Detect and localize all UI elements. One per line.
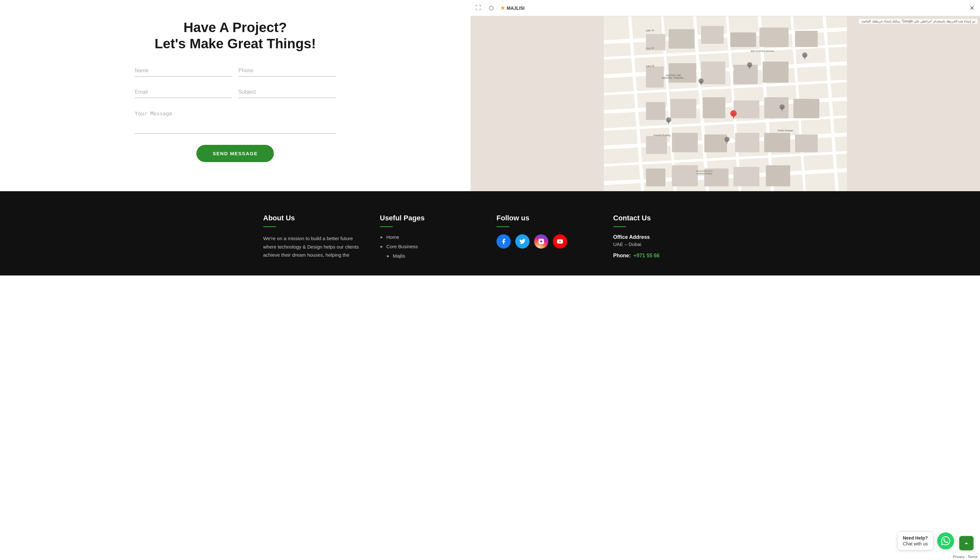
svg-rect-38 <box>735 133 759 152</box>
svg-rect-40 <box>795 135 818 152</box>
svg-rect-42 <box>672 165 698 186</box>
footer-link-core-business-label: Core Business <box>386 244 418 249</box>
svg-rect-25 <box>668 63 696 83</box>
footer-contact-title: Contact Us <box>613 214 717 222</box>
contact-form-section: Have A Project? Let's Make Great Things! <box>0 0 470 191</box>
map-embed[interactable]: 49th St 51st St 53rd St MASTER LINE GENE… <box>470 16 980 191</box>
star-icon: ★ <box>500 5 505 11</box>
footer-about-col: About Us We're on a mission to build a b… <box>263 214 367 262</box>
map-section: ⛶ ⬡ ★ MAJLISI ✕ <box>470 0 980 191</box>
svg-text:MASTER LINE: MASTER LINE <box>666 74 681 77</box>
svg-rect-34 <box>793 99 819 118</box>
office-address-label: Office Address <box>613 234 717 240</box>
footer-follow-col: Follow us <box>497 214 600 262</box>
svg-rect-21 <box>730 32 756 47</box>
fullscreen-icon[interactable]: ⛶ <box>475 4 482 12</box>
footer-link-majlis[interactable]: ► Majlis <box>380 253 483 258</box>
svg-rect-27 <box>733 65 758 84</box>
social-icons-group <box>497 234 600 248</box>
svg-rect-24 <box>646 67 664 88</box>
form-title: Have A Project? Let's Make Great Things! <box>155 20 316 52</box>
footer-pages-title: Useful Pages <box>380 214 483 222</box>
phone-field-group <box>238 65 336 77</box>
footer-follow-divider <box>497 226 510 227</box>
message-field-group <box>135 108 336 135</box>
svg-rect-32 <box>733 100 759 118</box>
send-message-button[interactable]: SEND MESSAGE <box>197 145 274 162</box>
name-field-group <box>135 65 232 77</box>
footer-about-text: We're on a mission to build a better fut… <box>263 234 367 259</box>
form-row-name-phone <box>135 65 336 77</box>
message-textarea[interactable] <box>135 108 336 134</box>
svg-text:Khadri Mosque: Khadri Mosque <box>777 129 793 132</box>
svg-text:GENERAL TRADING...: GENERAL TRADING... <box>662 77 685 79</box>
svg-rect-44 <box>733 167 759 186</box>
footer-contact-col: Contact Us Office Address UAE – Dubai Ph… <box>613 214 717 262</box>
svg-rect-26 <box>701 62 725 84</box>
name-input[interactable] <box>135 65 232 77</box>
svg-rect-45 <box>766 165 790 186</box>
svg-rect-28 <box>763 62 788 83</box>
footer-contact-divider <box>613 226 626 227</box>
youtube-icon[interactable] <box>553 234 567 248</box>
svg-rect-33 <box>764 97 788 118</box>
footer-pages-divider <box>380 226 393 227</box>
svg-rect-35 <box>646 136 667 154</box>
footer-link-home[interactable]: ► Home <box>380 234 483 240</box>
footer-pages-col: Useful Pages ► Home ► Core Business ► Ma… <box>380 214 483 262</box>
footer-grid: About Us We're on a mission to build a b… <box>263 214 717 262</box>
svg-text:WORKSHOP(BR): WORKSHOP(BR) <box>697 173 712 175</box>
phone-label-text: Phone: <box>613 253 631 258</box>
footer-follow-title: Follow us <box>497 214 600 222</box>
svg-rect-36 <box>672 133 698 152</box>
svg-rect-23 <box>795 31 818 47</box>
svg-text:ASHSHARH AUTO: ASHSHARH AUTO <box>696 170 713 172</box>
arrow-icon-core: ► <box>380 244 384 249</box>
footer-about-title: About Us <box>263 214 367 222</box>
contact-form: SEND MESSAGE <box>135 65 336 162</box>
facebook-icon[interactable] <box>497 234 511 248</box>
svg-rect-30 <box>670 99 696 118</box>
svg-rect-31 <box>703 97 725 118</box>
map-place-name: MAJLISI <box>507 5 525 11</box>
map-container: ⛶ ⬡ ★ MAJLISI ✕ <box>470 0 980 191</box>
map-topbar-left: ⛶ ⬡ ★ MAJLISI <box>475 4 525 12</box>
subject-field-group <box>238 87 336 98</box>
svg-rect-41 <box>646 168 665 186</box>
arrow-icon-majlis: ► <box>386 254 390 258</box>
footer-link-majlis-label: Majlis <box>393 253 405 258</box>
share-icon[interactable]: ⬡ <box>487 4 495 12</box>
map-title: ★ MAJLISI <box>500 5 525 11</box>
svg-rect-29 <box>646 102 665 120</box>
svg-rect-19 <box>668 29 695 48</box>
svg-text:Bilal Technical Services: Bilal Technical Services <box>750 50 775 52</box>
office-address-value: UAE – Dubai <box>613 242 717 247</box>
instagram-icon[interactable] <box>534 234 548 248</box>
svg-rect-37 <box>704 135 727 152</box>
email-field-group <box>135 87 232 98</box>
footer: About Us We're on a mission to build a b… <box>0 191 980 275</box>
svg-rect-39 <box>764 133 790 152</box>
svg-text:Rosehill Building: Rosehill Building <box>654 134 670 137</box>
map-attribution: تم إنشاء هذه الخريطة باستخدام "خرائطي عل… <box>859 19 977 24</box>
footer-about-divider <box>263 226 276 227</box>
map-svg: 49th St 51st St 53rd St MASTER LINE GENE… <box>470 16 980 191</box>
footer-link-home-label: Home <box>386 234 399 240</box>
footer-pages-list: ► Home ► Core Business ► Majlis <box>380 234 483 258</box>
form-row-email-subject <box>135 87 336 98</box>
subject-input[interactable] <box>238 87 336 98</box>
twitter-icon[interactable] <box>515 234 530 248</box>
footer-link-core-business[interactable]: ► Core Business <box>380 244 483 249</box>
svg-rect-22 <box>759 28 788 47</box>
close-map-icon[interactable]: ✕ <box>968 4 976 12</box>
svg-rect-20 <box>701 26 724 44</box>
phone-label: Phone: +971 55 66 <box>613 253 717 258</box>
map-topbar: ⛶ ⬡ ★ MAJLISI ✕ <box>470 0 980 16</box>
arrow-icon-home: ► <box>380 235 384 240</box>
email-input[interactable] <box>135 87 232 98</box>
phone-number: +971 55 66 <box>633 253 660 258</box>
phone-input[interactable] <box>238 65 336 77</box>
